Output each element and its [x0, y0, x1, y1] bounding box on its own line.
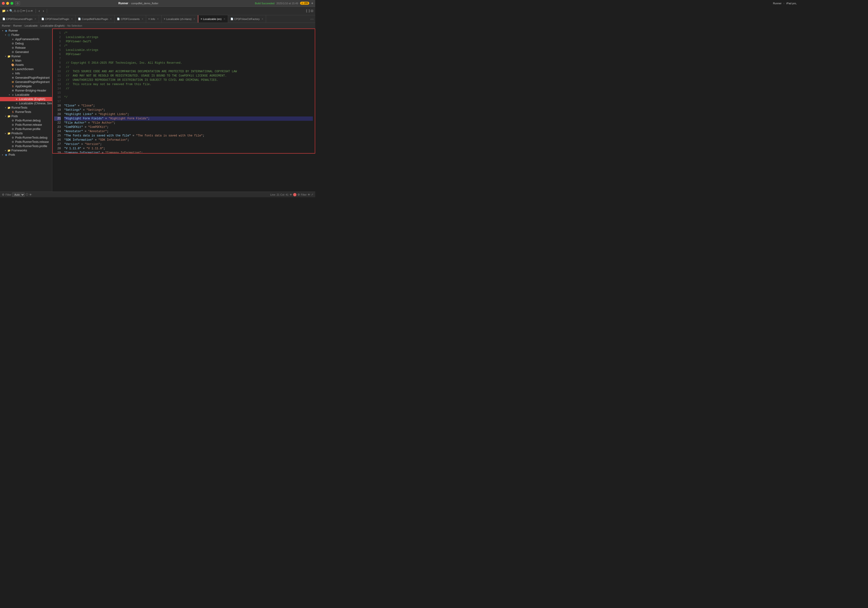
- sidebar-item-products[interactable]: ▸ 📁 Products: [0, 131, 52, 135]
- sidebar-item-launchscreen[interactable]: X LaunchScreen: [0, 67, 52, 71]
- sidebar-item-assets[interactable]: 🎨 Assets: [0, 63, 52, 67]
- sidebar-item-pods-runnertests-profile[interactable]: ⚙ Pods-RunnerTests.profile: [0, 144, 52, 148]
- icon-arrow-left[interactable]: ⟨: [26, 9, 27, 12]
- expand-icon[interactable]: ⤢: [311, 193, 313, 196]
- label-info: Info: [15, 72, 20, 75]
- tabbar-actions: ‹ ›: [309, 17, 315, 20]
- tab-close-2[interactable]: ✕: [110, 18, 112, 20]
- tab-cpdf-view-ctrl-factory[interactable]: 📄 CPDFViewCtrlFactory ✕: [228, 15, 266, 23]
- sidebar-item-debug[interactable]: ⚙ Debug: [0, 41, 52, 46]
- breadcrumb-localizable[interactable]: Localizable: [25, 24, 38, 27]
- sidebar-item-gen-plugin-reg-m[interactable]: M GeneratedPluginRegistrant: [0, 80, 52, 84]
- tab-prev-icon[interactable]: ‹: [311, 17, 312, 20]
- sidebar-item-runnertests[interactable]: S RunnerTests: [0, 110, 52, 114]
- sidebar-item-pods-root[interactable]: ▸ ◉ Pods: [0, 152, 52, 157]
- code-lines[interactable]: /* Localizable.strings PDFViewer-Swift /…: [62, 29, 315, 154]
- breadcrumb-runner[interactable]: Runner: [13, 24, 22, 27]
- sidebar-toggle[interactable]: ⊡: [15, 2, 20, 5]
- tab-close-3[interactable]: ✕: [141, 18, 144, 20]
- tab-close-1[interactable]: ✕: [71, 18, 73, 20]
- sidebar-item-flutter[interactable]: ▾ ⬡ Flutter: [0, 33, 52, 37]
- tab-compdfkit-flutter[interactable]: 📄 CompdfkitFlutterPlugin ✕: [76, 15, 115, 23]
- sidebar-item-runner-root[interactable]: ▾ ◉ Runner: [0, 28, 52, 33]
- label-pods-folder: Pods: [11, 115, 18, 118]
- tab-cpdf-view-ctrl[interactable]: 📄 CPDFViewCtrlPlugin ✕: [39, 15, 76, 23]
- sidebar-item-generated[interactable]: ⚙ Generated: [0, 50, 52, 54]
- sidebar-item-frameworks[interactable]: ▸ 📁 Frameworks: [0, 148, 52, 152]
- code-line-14: //: [64, 87, 313, 91]
- sidebar-item-pods-runner-release[interactable]: ⚙ Pods-Runner.release: [0, 123, 52, 127]
- fullscreen-button[interactable]: [11, 2, 13, 5]
- code-line-7: [64, 57, 313, 61]
- sidebar-item-bridging-header[interactable]: H Runner-Bridging-Header: [0, 89, 52, 93]
- icon-search[interactable]: 🔍: [9, 9, 13, 12]
- sidebar-item-pods-runnertests-release[interactable]: ⚙ Pods-RunnerTests.release: [0, 140, 52, 144]
- ln-23: 23: [54, 125, 61, 129]
- label-localizable-en: Localizable (English): [19, 98, 45, 101]
- icon-debug: ⚙: [11, 42, 15, 45]
- tab-localizable-en[interactable]: ≡ Localizable (en) ✕: [198, 15, 228, 23]
- code-line-28: "V 1.11.0" = "V 1.11.0";: [64, 146, 313, 151]
- icon-info: ≡: [11, 72, 15, 75]
- icon-rect[interactable]: ▭: [28, 9, 30, 12]
- tab-close-0[interactable]: ✕: [34, 18, 36, 20]
- icon-lines[interactable]: ≡: [31, 9, 33, 12]
- breadcrumb-no-selection: No Selection: [67, 24, 82, 27]
- sidebar-item-localizable-zh-hans[interactable]: ≡ Localizable (Chinese, Simplified): [0, 101, 52, 106]
- sidebar-item-pods-folder[interactable]: ▾ 📁 Pods: [0, 114, 52, 118]
- sidebar-item-localizable-english[interactable]: ≡ Localizable (English): [0, 97, 52, 101]
- sidebar-item-app-framework-info[interactable]: ≡ AppFrameworkInfo: [0, 37, 52, 41]
- sidebar-item-gen-plugin-reg-h[interactable]: H GeneratedPluginRegistrant: [0, 76, 52, 80]
- nav-forward[interactable]: ›: [42, 9, 45, 13]
- sidebar-item-info[interactable]: ≡ Info: [0, 71, 52, 76]
- sidebar-item-main[interactable]: X Main: [0, 59, 52, 63]
- icon-x[interactable]: ✕: [6, 9, 9, 12]
- sidebar-item-localizable-folder[interactable]: ▾ ≡ Localizable: [0, 93, 52, 97]
- tab-close-6[interactable]: ✕: [223, 18, 225, 20]
- tab-close-4[interactable]: ✕: [157, 18, 159, 20]
- eye-icon-right2[interactable]: 👁: [308, 193, 310, 196]
- sidebar-item-pods-runner-debug[interactable]: ⚙ Pods-Runner.debug: [0, 118, 52, 123]
- sidebar-item-pods-runner-profile[interactable]: ⚙ Pods-Runner.profile: [0, 127, 52, 131]
- tab-icon-3: 📄: [117, 17, 120, 20]
- icon-hexagon[interactable]: ⬡: [20, 9, 22, 12]
- eye-icon[interactable]: 👁: [29, 193, 32, 196]
- icon-diamond[interactable]: ◇: [17, 9, 19, 12]
- label-runner: Runner: [11, 54, 21, 58]
- ln-19: 19: [54, 108, 61, 112]
- breadcrumb-runner-root[interactable]: Runner: [2, 24, 11, 27]
- tab-cpdf-doc-plugin[interactable]: 📄 CPDFDocumentPlugin ✕: [0, 15, 39, 23]
- breadcrumb-localizable-english[interactable]: Localizable (English): [40, 24, 65, 27]
- tab-close-7[interactable]: ✕: [262, 18, 264, 20]
- filter-label-left: Filter: [5, 193, 11, 196]
- icon-gen-plugin-m: M: [11, 81, 15, 84]
- icon-pen[interactable]: ✏: [23, 9, 25, 12]
- code-line-29: "Company Information" = "Company Informa…: [64, 151, 313, 154]
- tab-next-icon[interactable]: ›: [312, 17, 313, 20]
- close-button[interactable]: [2, 2, 5, 5]
- sidebar-item-runnertests-folder[interactable]: ▾ 📁 RunnerTests: [0, 106, 52, 110]
- sidebar-item-appdelegate[interactable]: S AppDelegate: [0, 84, 52, 89]
- icon-align-left[interactable]: ⟦: [306, 9, 307, 12]
- tab-info[interactable]: ≡ Info ✕: [146, 15, 161, 23]
- ln-14: 14: [54, 87, 61, 91]
- icon-folder[interactable]: 📁: [2, 9, 6, 12]
- editor-content[interactable]: 1 2 3 4 5 6 7 8 9 10 11 12 13 14 15 16 1: [52, 28, 315, 154]
- tab-localizable-zh-hans[interactable]: ≡ Localizable (zh-Hans) ✕: [161, 15, 198, 23]
- sidebar-item-pods-runnertests-debug[interactable]: ⚙ Pods-RunnerTests.debug: [0, 135, 52, 140]
- icon-panel-right[interactable]: ⟧: [308, 9, 310, 12]
- icon-warning[interactable]: ⚠: [14, 9, 16, 12]
- sidebar-item-release[interactable]: ⚙ Release: [0, 46, 52, 50]
- info-icon[interactable]: ⓘ: [26, 193, 28, 196]
- nav-back[interactable]: ‹: [38, 9, 41, 13]
- eye-icon-right[interactable]: 👁: [290, 193, 292, 196]
- add-btn[interactable]: +: [311, 1, 313, 5]
- label-pods-runnertests-profile: Pods-RunnerTests.profile: [15, 145, 47, 148]
- minimize-button[interactable]: [6, 2, 9, 5]
- sidebar-item-runner[interactable]: ▾ 📁 Runner: [0, 54, 52, 59]
- icon-panel-bottom[interactable]: ⊡: [311, 9, 313, 12]
- toolbar-icons-left: 📁 ✕ 🔍 ⚠ ◇ ⬡ ✏ ⟨ ▭ ≡: [2, 9, 33, 12]
- auto-select[interactable]: Auto: [12, 193, 25, 197]
- tab-close-5[interactable]: ✕: [193, 18, 195, 20]
- tab-cpdf-constants[interactable]: 📄 CPDFConstants ✕: [115, 15, 146, 23]
